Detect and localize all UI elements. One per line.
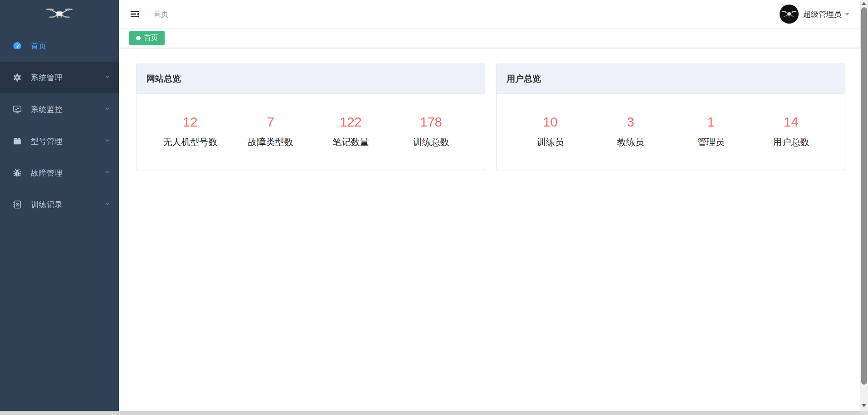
- stat-label: 训练员: [510, 136, 590, 148]
- sidebar-item-system-management[interactable]: 系统管理: [0, 62, 119, 93]
- stat-value: 178: [391, 116, 471, 129]
- tag-label: 首页: [144, 34, 158, 42]
- sidebar-item-fault-management[interactable]: 故障管理: [0, 157, 119, 189]
- vertical-scrollbar[interactable]: [860, 0, 868, 411]
- stat-value: 122: [311, 116, 391, 129]
- stat-coaches: 3 教练员: [590, 116, 671, 148]
- stat-trainers: 10 训练员: [510, 116, 590, 148]
- top-navbar: 首页 超级管理员: [119, 0, 860, 28]
- bug-icon: [12, 167, 23, 178]
- hamburger-icon[interactable]: [129, 8, 141, 20]
- stat-trainings: 178 训练总数: [391, 116, 471, 148]
- stat-label: 故障类型数: [230, 136, 311, 148]
- username-label: 超级管理员: [803, 9, 842, 20]
- tags-view-bar: 首页: [119, 28, 860, 48]
- record-icon: [12, 199, 23, 210]
- sidebar-item-label: 型号管理: [31, 136, 104, 146]
- user-overview-card: 用户总览 10 训练员 3 教练员 1 管理员: [496, 63, 845, 170]
- caret-down-icon: [845, 13, 849, 15]
- stat-value: 14: [751, 116, 831, 129]
- chevron-down-icon: [104, 200, 111, 209]
- stat-label: 教练员: [590, 136, 671, 148]
- stat-value: 12: [150, 116, 230, 129]
- sidebar-item-home[interactable]: 首页: [0, 30, 119, 62]
- stat-notes: 122 笔记数量: [311, 116, 391, 148]
- gear-icon: [12, 72, 23, 83]
- stat-label: 无人机型号数: [150, 136, 230, 148]
- card-header: 用户总览: [497, 64, 845, 94]
- stat-value: 10: [510, 116, 590, 129]
- chevron-down-icon: [104, 73, 111, 82]
- sidebar-menu: 首页 系统管理: [0, 30, 119, 411]
- sidebar-item-label: 系统管理: [31, 73, 104, 83]
- stat-value: 1: [671, 116, 751, 129]
- stat-admins: 1 管理员: [671, 116, 751, 148]
- scroll-down-arrow-icon[interactable]: [862, 404, 866, 407]
- app-window: 首页 系统管理: [0, 0, 860, 411]
- scroll-up-arrow-icon[interactable]: [862, 2, 866, 5]
- avatar[interactable]: [780, 5, 799, 24]
- horizontal-scrollbar[interactable]: [0, 411, 860, 415]
- stat-drone-models: 12 无人机型号数: [150, 116, 230, 148]
- sidebar-item-system-monitor[interactable]: 系统监控: [0, 93, 119, 125]
- breadcrumb: 首页: [153, 9, 169, 20]
- site-overview-card: 网站总览 12 无人机型号数 7 故障类型数 122 笔记数量: [136, 63, 485, 170]
- dashboard-icon: [12, 40, 23, 51]
- stat-label: 管理员: [671, 136, 751, 148]
- scrollbar-corner: [860, 411, 868, 415]
- user-dropdown[interactable]: 超级管理员: [780, 5, 849, 24]
- sidebar-item-training-records[interactable]: 训练记录: [0, 189, 119, 220]
- sidebar-item-label: 训练记录: [31, 200, 104, 210]
- stat-fault-types: 7 故障类型数: [230, 116, 311, 148]
- active-dot-icon: [136, 36, 141, 40]
- card-title: 网站总览: [146, 73, 181, 85]
- stat-value: 7: [230, 116, 311, 129]
- sidebar-item-label: 首页: [31, 41, 111, 51]
- sidebar: 首页 系统管理: [0, 0, 119, 411]
- sidebar-item-label: 系统监控: [31, 104, 104, 115]
- monitor-icon: [12, 104, 23, 115]
- app-logo: [0, 0, 119, 30]
- stat-value: 3: [590, 116, 671, 129]
- stat-total-users: 14 用户总数: [751, 116, 831, 148]
- main-area: 首页 超级管理员: [119, 0, 860, 411]
- component-icon: [12, 136, 23, 146]
- vertical-scrollbar-thumb[interactable]: [861, 7, 867, 385]
- drone-icon: [45, 5, 73, 24]
- card-body: 12 无人机型号数 7 故障类型数 122 笔记数量 178 训练总数: [137, 94, 485, 170]
- chevron-down-icon: [104, 105, 111, 114]
- dashboard-content: 网站总览 12 无人机型号数 7 故障类型数 122 笔记数量: [119, 48, 860, 411]
- stat-label: 训练总数: [391, 136, 471, 148]
- tag-home[interactable]: 首页: [129, 31, 165, 45]
- chevron-down-icon: [104, 168, 111, 177]
- chevron-down-icon: [104, 137, 111, 146]
- stat-label: 用户总数: [751, 136, 831, 148]
- card-header: 网站总览: [137, 64, 485, 94]
- sidebar-item-model-management[interactable]: 型号管理: [0, 125, 119, 157]
- card-title: 用户总览: [507, 73, 541, 85]
- stat-label: 笔记数量: [311, 136, 391, 148]
- card-body: 10 训练员 3 教练员 1 管理员 14 用户总数: [497, 94, 845, 170]
- sidebar-item-label: 故障管理: [31, 168, 104, 178]
